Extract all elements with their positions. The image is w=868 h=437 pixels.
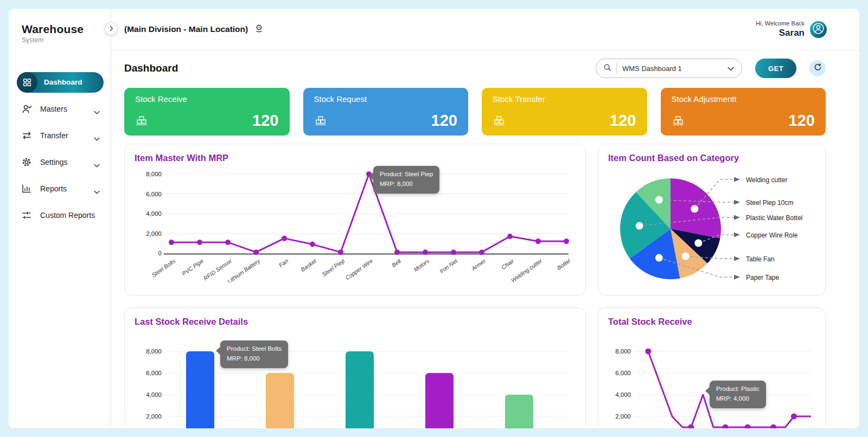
item-master-mrp-card: Item Master With MRP 02,0004,0006,0008,0… <box>124 144 586 295</box>
slice-marker <box>636 222 643 230</box>
sidebar-collapse-button[interactable] <box>105 22 118 35</box>
data-point <box>310 242 315 247</box>
svg-text:8,000: 8,000 <box>615 348 631 355</box>
svg-text:Bottel: Bottel <box>556 257 571 271</box>
last-stock-receive-bar-chart[interactable]: 2,0004,0006,0008,000 <box>135 331 576 428</box>
slice-marker <box>655 196 663 203</box>
data-point <box>564 239 569 244</box>
legend-label: Steel Piep 10cm <box>746 199 793 207</box>
settings-gear-icon <box>21 156 33 168</box>
svg-text:0: 0 <box>158 250 162 256</box>
item-master-mrp-line-chart[interactable]: 02,0004,0006,0008,000Steel BoltsPVC Pipe… <box>135 168 576 285</box>
chevron-down-icon <box>94 160 100 164</box>
dashboard-icon <box>17 72 37 93</box>
total-stock-receive-line-chart[interactable]: 2,0004,0006,0008,000 <box>608 331 815 428</box>
sidebar-item-transfer[interactable]: Transfer <box>9 122 111 149</box>
tooltip-product: Product: Plastic <box>716 384 760 394</box>
svg-text:Copper Wire: Copper Wire <box>344 258 374 281</box>
chevron-down-icon <box>94 187 100 190</box>
pallet-boxes-icon <box>314 115 327 128</box>
data-point <box>791 414 797 420</box>
stat-card-value: 120 <box>431 113 457 128</box>
sidebar-menu: Dashboard Masters <box>9 69 111 228</box>
pie-chart-svg: Welding cutterSteel Piep 10cmPlastic Wat… <box>608 168 816 285</box>
tooltip-mrp: MRP: 8,000 <box>380 179 433 189</box>
stat-card-stock-request[interactable]: Stock Request 120 <box>303 88 469 136</box>
data-point <box>507 234 513 239</box>
item-count-pie-chart[interactable]: Welding cutterSteel Piep 10cmPlastic Wat… <box>608 168 815 287</box>
svg-text:4,000: 4,000 <box>146 210 162 217</box>
sidebar-item-label: Settings <box>40 158 68 166</box>
svg-text:Fan: Fan <box>277 258 289 268</box>
svg-text:Belt: Belt <box>390 257 403 268</box>
sidebar-item-label: Custom Reports <box>40 211 95 220</box>
data-point <box>225 240 231 245</box>
svg-text:6,000: 6,000 <box>146 191 162 197</box>
sidebar-item-label: Transfer <box>40 131 68 140</box>
data-point <box>645 349 651 355</box>
user-avatar[interactable] <box>810 21 827 38</box>
line-chart-svg: 2,0004,0006,0008,000 <box>608 331 816 428</box>
data-point <box>423 249 428 255</box>
pallet-boxes-icon <box>493 115 506 128</box>
stat-card-label: Stock Transfer <box>493 94 636 104</box>
callout-arrow-icon <box>734 177 740 182</box>
charts-row-1: Item Master With MRP 02,0004,0006,0008,0… <box>111 144 859 295</box>
tooltip-product: Product: Steel Piep <box>380 170 433 179</box>
total-stock-receive-card: Total Stock Receive 2,0004,0006,0008,000… <box>598 307 826 428</box>
transfer-icon <box>21 130 33 142</box>
dashboard-selector[interactable]: WMS Dashboard 1 <box>596 59 742 78</box>
bar[interactable] <box>266 373 294 428</box>
callout-arrow-icon <box>734 256 740 261</box>
bar[interactable] <box>505 395 533 428</box>
search-icon <box>603 63 612 74</box>
dashboard-toolbar: Dashboard WMS Dashboard 1 <box>111 58 859 79</box>
divider <box>616 63 617 74</box>
bar-chart-svg: 2,0004,0006,0008,000 <box>135 331 577 428</box>
chart-title: Item Master With MRP <box>135 153 576 163</box>
svg-text:Basket: Basket <box>299 257 318 273</box>
location-pin-icon[interactable] <box>253 23 265 36</box>
tooltip-mrp: MRP: 8,000 <box>227 354 282 364</box>
get-button[interactable]: GET <box>755 59 796 78</box>
svg-text:Steel Piep: Steel Piep <box>321 258 346 278</box>
legend-label: Table Fan <box>746 255 775 263</box>
stat-card-stock-adjustment[interactable]: Stock Adjustmentt 120 <box>661 88 826 136</box>
refresh-button[interactable] <box>809 60 826 76</box>
svg-text:4,000: 4,000 <box>146 391 162 398</box>
sidebar-item-reports[interactable]: Reports <box>9 175 111 202</box>
data-point <box>253 249 259 255</box>
data-point <box>282 236 287 241</box>
legend-label: Plastic Water Bottel <box>746 214 802 222</box>
stat-card-stock-receive[interactable]: Stock Receive 120 <box>124 88 290 136</box>
slice-marker <box>691 205 698 213</box>
chart-tooltip: Product: Steel Piep MRP: 8,000 <box>373 166 439 194</box>
item-count-category-card: Item Count Based on Category Welding cut… <box>598 144 826 295</box>
sidebar-item-settings[interactable]: Settings <box>9 149 111 175</box>
username: Saran <box>756 27 805 38</box>
data-point <box>394 249 400 255</box>
sidebar-item-dashboard[interactable]: Dashboard <box>9 69 111 95</box>
stat-card-value: 120 <box>252 113 278 128</box>
legend-label: Paper Tape <box>746 274 779 281</box>
svg-text:6,000: 6,000 <box>615 370 631 376</box>
chart-title: Item Count Based on Category <box>608 153 815 163</box>
line-chart-svg: 02,0004,0006,0008,000Steel BoltsPVC Pipe… <box>135 168 577 282</box>
data-point <box>197 240 202 245</box>
chevron-down-icon <box>727 63 734 73</box>
bar[interactable] <box>186 351 214 428</box>
svg-text:Welding cutter: Welding cutter <box>509 258 543 282</box>
stat-card-stock-transfer[interactable]: Stock Transfer 120 <box>482 88 647 136</box>
sidebar-item-masters[interactable]: Masters <box>9 95 111 122</box>
charts-row-2: Last Stock Receive Details 2,0004,0006,0… <box>111 307 859 428</box>
reports-chart-icon <box>21 183 33 195</box>
svg-text:4,000: 4,000 <box>615 391 631 398</box>
bar[interactable] <box>346 351 374 428</box>
pallet-boxes-icon <box>135 115 148 128</box>
bar[interactable] <box>425 373 454 428</box>
chevron-down-icon <box>94 107 100 111</box>
sidebar: Warehouse System Dashboard <box>9 9 111 428</box>
user-area: Hi, Welcome Back Saran <box>756 20 827 39</box>
sidebar-item-custom-reports[interactable]: Custom Reports <box>9 202 111 228</box>
legend-label: Copper Wire Role <box>746 232 798 239</box>
